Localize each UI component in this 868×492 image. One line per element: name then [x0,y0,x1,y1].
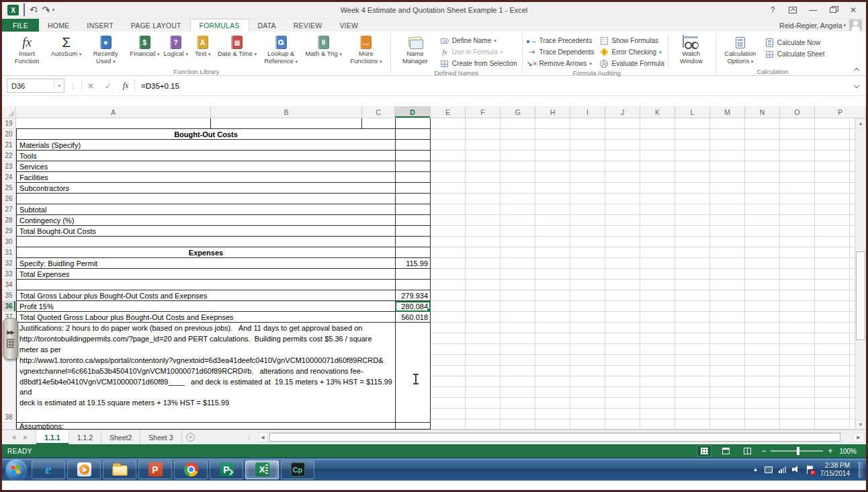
account-dropdown-icon[interactable]: ▾ [843,23,846,28]
row-header-19[interactable]: 19 [2,118,16,129]
cell-d20[interactable] [395,129,431,140]
cell-a25[interactable]: Subcontractors [16,183,395,194]
row-header-23[interactable]: 23 [2,161,16,172]
vertical-scrollbar[interactable]: ▲ ▼ [855,118,866,429]
cell-d36[interactable]: 280.084 [395,301,431,312]
zoom-slider[interactable] [771,450,823,452]
row-header-29[interactable]: 29 [2,226,16,237]
ribbon-button-error-checking[interactable]: !Error Checking▾ [597,46,666,58]
tab-split-grip[interactable]: ⋮ [247,434,253,441]
cell-d27[interactable] [395,204,431,215]
drag-handle-icon[interactable] [7,339,14,348]
sheet-tab-1.1.2[interactable]: 1.1.2 [69,430,101,444]
taskbar-chrome-button[interactable] [174,460,208,479]
empty-cells[interactable] [431,423,866,429]
empty-cells[interactable] [431,226,866,237]
cell-a23[interactable]: Services [16,161,395,172]
cell-a27[interactable]: Subtotal [16,204,395,215]
empty-cells[interactable] [431,161,866,172]
horizontal-scrollbar[interactable] [268,432,844,442]
column-header-J[interactable]: J [605,106,640,118]
ribbon-button-insert-function[interactable]: fxInsert Function [5,33,49,68]
empty-cells[interactable] [431,301,866,312]
ribbon-button-financial[interactable]: $Financial ▾ [128,33,161,68]
taskbar-internet-explorer-button[interactable]: e [32,460,65,479]
cell-a36[interactable]: Profit 15% [16,301,395,312]
calculation-options-button[interactable]: Calculation Options ▾ [718,33,763,68]
tab-insert[interactable]: INSERT [78,19,122,32]
tab-file[interactable]: FILE [2,19,39,32]
empty-cells[interactable] [431,140,866,151]
column-header-G[interactable]: G [501,106,535,118]
ribbon-button-logical[interactable]: ?Logical ▾ [161,33,189,68]
cell-a29[interactable]: Total Bought-Out Costs [16,226,395,237]
empty-cells[interactable] [431,183,866,194]
cell-a19[interactable] [16,118,211,129]
select-all-corner[interactable] [2,106,16,118]
sheet-tab-1.1.1[interactable]: 1.1.1 [36,430,69,444]
redo-dropdown-icon[interactable]: ▾ [47,9,50,13]
cell-a37[interactable]: Total Quoted Gross Labour plus Bought-Ou… [16,312,395,323]
empty-cells[interactable] [431,215,866,226]
row-header-21[interactable]: 21 [2,140,16,151]
column-header-M[interactable]: M [710,106,745,118]
cell-d26[interactable] [395,194,431,204]
taskbar-clock[interactable]: 2:38 PM 7/15/2014 [820,462,853,478]
taskbar-captivate-button[interactable]: Cp [281,460,314,479]
prev-sheet-icon[interactable]: ◀ [11,434,15,440]
tab-formulas[interactable]: FORMULAS [190,19,249,32]
row-header-30[interactable]: 30 [2,237,16,247]
formula-input[interactable]: =D35+0.15 [135,82,851,90]
column-header-N[interactable]: N [745,106,780,118]
cell-d19[interactable] [395,118,431,129]
horizontal-scroll-thumb[interactable] [269,433,840,442]
ribbon-button-autosum[interactable]: ΣAutoSum ▾ [49,33,83,68]
save-button[interactable] [24,4,25,16]
tab-review[interactable]: REVIEW [285,19,331,32]
enter-icon[interactable]: ✓ [99,81,117,91]
tab-home[interactable]: HOME [39,19,78,32]
fast-forward-icon[interactable]: ▶▶ [7,329,13,335]
watch-window-button[interactable]: Watch Window [669,33,713,68]
minimize-button[interactable]: — [804,4,822,16]
start-button[interactable] [6,460,26,480]
column-header-F[interactable]: F [466,106,501,118]
zoom-in-button[interactable]: + [828,446,832,456]
cell-a20[interactable]: Bought-Out Costs [16,129,395,140]
name-manager-button[interactable]: Name Manager [393,33,437,68]
scroll-down-icon[interactable]: ▼ [855,419,866,429]
row-header-28[interactable]: 28 [2,215,16,226]
cell-d25[interactable] [395,183,431,194]
cell-a35[interactable]: Total Gross Labour plus Bought-Out Costs… [16,290,395,301]
row-header-26[interactable]: 26 [2,194,16,204]
cell-a22[interactable]: Tools [16,151,395,161]
cell-a38-justifications[interactable]: Justifications: 2 hours to do paper work… [16,323,395,423]
empty-cells[interactable] [431,237,866,247]
ribbon-display-options-button[interactable] [784,4,801,16]
cell-d29[interactable] [395,226,431,237]
zoom-slider-thumb[interactable] [797,447,799,455]
page-layout-view-button[interactable] [718,446,733,456]
insert-function-icon[interactable]: fx [117,81,134,91]
column-header-K[interactable]: K [640,106,675,118]
scroll-left-icon[interactable]: ◀ [258,432,268,442]
tab-data[interactable]: DATA [249,19,285,32]
ribbon-button-text[interactable]: AText ▾ [190,33,216,68]
row-header-35[interactable]: 35 [2,290,16,301]
action-flag-icon[interactable]: ✕ [806,466,814,474]
row-header-24[interactable]: 24 [2,172,16,183]
cell-d23[interactable] [395,161,431,172]
ribbon-button-date-time[interactable]: ▦Date & Time ▾ [216,33,259,68]
recorder-control-widget[interactable]: ▶▶ [3,318,18,360]
restore-button[interactable] [824,4,842,16]
cell-d37[interactable]: 560.018 [395,312,431,323]
cell-a28[interactable]: Contingency (%) [16,215,395,226]
cell-d31[interactable] [395,247,431,258]
ribbon-button-math-trig[interactable]: θMath & Trig ▾ [303,33,344,68]
cell-a31[interactable]: Expenses [16,247,395,258]
column-header-O[interactable]: O [780,106,815,118]
scroll-up-icon[interactable]: ▲ [855,118,866,128]
cell-d21[interactable] [395,140,431,151]
taskbar-file-explorer-button[interactable] [103,460,136,479]
cell-d24[interactable] [395,172,431,183]
